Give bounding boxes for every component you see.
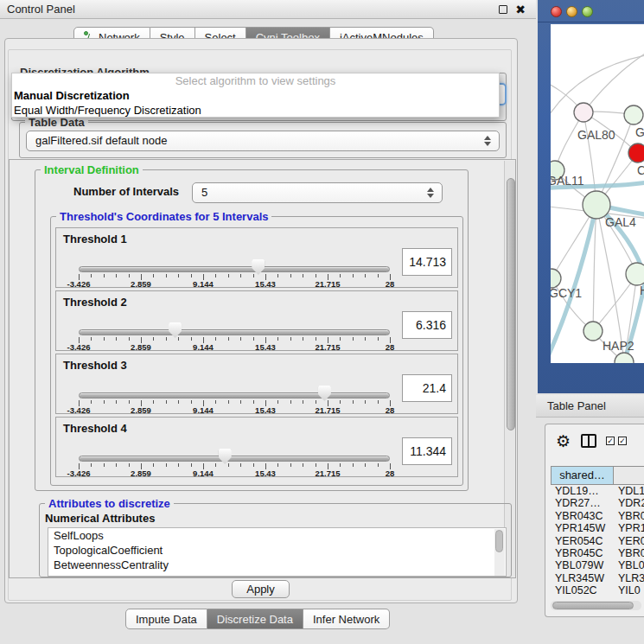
minimize-traffic-light[interactable] [566, 6, 577, 17]
red-node[interactable] [628, 143, 644, 163]
cell-shared-name[interactable]: YIL052C [551, 584, 613, 596]
tab-infer-network[interactable]: Infer Network [303, 609, 390, 629]
attribute-list-item[interactable]: SelfLoops [48, 528, 506, 543]
cell-name[interactable]: YPR1 [613, 522, 644, 534]
algorithm-dropdown-popup: Select algorithm to view settingsManual … [11, 73, 500, 118]
cell-name[interactable]: YBR0 [613, 547, 644, 559]
column-header-shared-name[interactable]: shared… [551, 466, 614, 485]
close-icon[interactable]: ✖ [515, 1, 526, 18]
cell-name[interactable]: YDR2 [613, 497, 644, 509]
threshold-value-field[interactable]: 11.344 [402, 437, 452, 465]
cell-shared-name[interactable]: YER054C [551, 535, 613, 547]
attribute-list-item[interactable]: BetweennessCentrality [48, 558, 506, 572]
zoom-traffic-light[interactable] [582, 6, 593, 17]
tab-discretize-data[interactable]: Discretize Data [207, 609, 303, 629]
tick-mark [353, 463, 354, 467]
threshold-value-field[interactable]: 21.4 [402, 374, 452, 402]
gear-icon[interactable]: ⚙ [556, 431, 571, 451]
cell-shared-name[interactable]: YDL19… [551, 485, 613, 497]
numerical-attributes-list[interactable]: SelfLoopsTopologicalCoefficientBetweenne… [48, 527, 507, 577]
cell-name[interactable]: YIL0 [613, 584, 644, 596]
tick-label: 15.43 [255, 279, 276, 289]
table-row[interactable]: YBR043CYBR0 [551, 510, 644, 522]
tick-mark [277, 463, 278, 467]
table-panel-title: Table Panel [547, 395, 606, 417]
cell-shared-name[interactable]: YDR27… [551, 497, 613, 509]
cell-shared-name[interactable]: YBR045C [551, 547, 613, 559]
checkbox-icon[interactable]: ✓ [618, 437, 627, 445]
tick-mark [166, 337, 167, 341]
popup-item[interactable]: Manual Discretization [12, 88, 499, 103]
table-row[interactable]: YIL052CYIL0 [551, 584, 644, 596]
gal80-node[interactable] [574, 103, 593, 122]
tick-mark [166, 400, 167, 404]
table-row[interactable]: YPR145WYPR1 [551, 522, 644, 534]
node[interactable] [626, 263, 644, 285]
tick-label: 9.144 [193, 279, 214, 289]
list-scrollbar[interactable] [494, 529, 505, 576]
number-of-intervals-combobox[interactable]: 5 [192, 182, 443, 203]
list-scrollbar-thumb[interactable] [495, 530, 503, 552]
slider-track[interactable] [79, 392, 390, 399]
slider-thumb[interactable] [169, 322, 182, 338]
cell-shared-name[interactable]: YPR145W [551, 522, 613, 534]
column-header-name[interactable]: na [614, 466, 644, 485]
threshold-value-field[interactable]: 6.316 [402, 311, 452, 339]
tick-mark [178, 463, 179, 467]
cell-shared-name[interactable]: YBR043C [551, 510, 613, 522]
node-label: HAP2 [603, 339, 634, 353]
cell-name[interactable]: YLR3 [613, 572, 644, 584]
threshold-value-field[interactable]: 14.713 [402, 248, 452, 276]
tick-mark [178, 400, 179, 404]
control-panel-titlebar: Control Panel ✖ [0, 0, 536, 19]
table-row[interactable]: YLR345WYLR3 [551, 572, 644, 584]
slider-track[interactable] [79, 266, 390, 272]
horizontal-scrollbar[interactable] [551, 601, 641, 610]
node-label: C [637, 163, 644, 177]
tick-mark [290, 400, 291, 404]
cell-name[interactable]: YBR0 [613, 510, 644, 522]
table-row[interactable]: YDL19…YDL1 [551, 485, 644, 497]
table-row[interactable]: YDR27…YDR2 [551, 497, 644, 509]
cell-shared-name[interactable]: YBL079W [551, 559, 613, 571]
apply-button[interactable]: Apply [232, 580, 290, 598]
table-row[interactable]: YBR045CYBR0 [551, 547, 644, 559]
split-columns-icon[interactable] [581, 434, 596, 448]
cell-name[interactable]: YER0 [613, 535, 644, 547]
checkbox-icon[interactable]: ✓ [606, 437, 615, 445]
network-edge[interactable] [583, 50, 644, 112]
slider-thumb[interactable] [252, 259, 265, 275]
tab-impute-data[interactable]: Impute Data [125, 609, 207, 629]
tab-label: Discretize Data [217, 613, 293, 626]
network-canvas[interactable]: GAL80GACGAL11GAL4GCY1HHAP2 [551, 24, 644, 363]
tick-mark [240, 400, 241, 404]
tick-mark [191, 400, 192, 404]
float-window-icon[interactable] [499, 5, 507, 14]
hap2-node[interactable] [583, 322, 603, 341]
cell-name[interactable]: YBL0 [613, 559, 644, 571]
table-row[interactable]: YBL079WYBL0 [551, 559, 644, 571]
cell-shared-name[interactable]: YLR345W [551, 572, 613, 584]
popup-item[interactable]: Equal Width/Frequency Discretization [12, 103, 499, 118]
node[interactable] [624, 105, 643, 124]
attribute-list-item[interactable]: TopologicalCoefficient [48, 543, 506, 558]
network-graph: GAL80GACGAL11GAL4GCY1HHAP2 [551, 24, 644, 363]
tick-mark [253, 274, 254, 277]
tick-label: 21.715 [315, 342, 340, 352]
slider-thumb[interactable] [318, 386, 331, 401]
node[interactable] [615, 353, 634, 363]
tick-mark [316, 400, 316, 404]
scrollbar-thumb[interactable] [552, 602, 634, 609]
table-row[interactable]: YER054CYER0 [551, 535, 644, 547]
table-panel-header: Table Panel [536, 395, 644, 418]
cell-name[interactable]: YDL1 [613, 485, 644, 497]
slider-thumb[interactable] [219, 449, 232, 464]
tick-mark [316, 463, 316, 467]
table-data-combobox[interactable]: galFiltered.sif default node [26, 131, 500, 151]
gcy1-node[interactable] [551, 269, 561, 288]
scrollbar-thumb[interactable] [507, 178, 515, 430]
tick-label: 21.715 [315, 405, 340, 415]
slider-track[interactable] [79, 329, 390, 335]
close-traffic-light[interactable] [551, 6, 562, 17]
slider-track[interactable] [79, 456, 390, 462]
